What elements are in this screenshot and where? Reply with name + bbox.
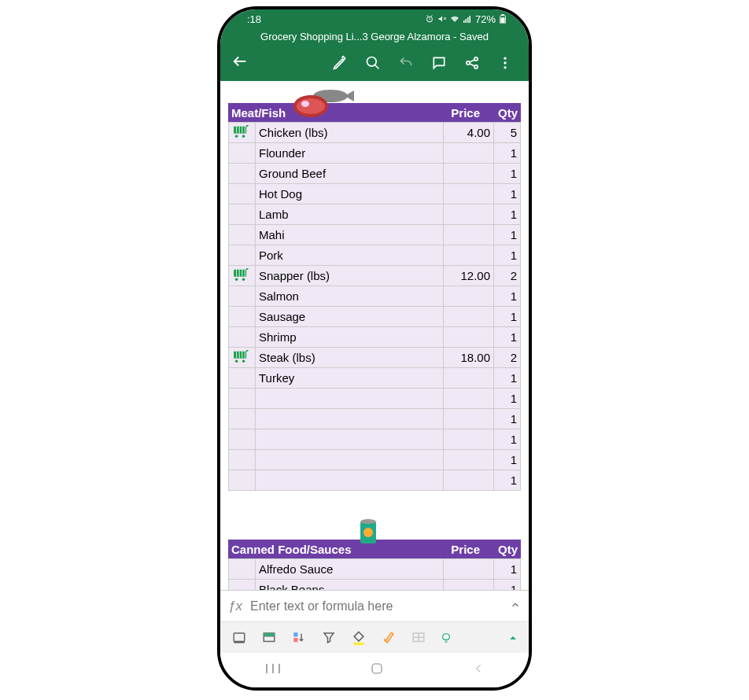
cart-cell[interactable] bbox=[229, 429, 256, 450]
pen-icon[interactable] bbox=[332, 55, 348, 71]
qty-cell[interactable]: 1 bbox=[494, 143, 521, 164]
price-cell[interactable]: 12.00 bbox=[444, 266, 494, 286]
qty-cell[interactable]: 1 bbox=[494, 327, 521, 348]
item-cell[interactable]: Lamb bbox=[256, 204, 444, 225]
table-row[interactable]: Salmon1 bbox=[229, 286, 521, 307]
undo-icon[interactable] bbox=[398, 55, 414, 71]
format-painter-icon[interactable] bbox=[381, 630, 397, 646]
table-icon[interactable] bbox=[411, 631, 426, 645]
back-button[interactable] bbox=[231, 53, 249, 73]
price-cell[interactable] bbox=[444, 225, 494, 245]
qty-cell[interactable]: 1 bbox=[494, 368, 521, 389]
qty-cell[interactable]: 1 bbox=[494, 307, 521, 327]
table-row[interactable]: Sausage1 bbox=[229, 307, 521, 327]
qty-cell[interactable]: 1 bbox=[494, 245, 521, 266]
qty-cell[interactable]: 1 bbox=[494, 389, 521, 409]
item-cell[interactable]: Steak (lbs) bbox=[256, 348, 444, 368]
item-cell[interactable]: Snapper (lbs) bbox=[256, 266, 444, 286]
table-row[interactable]: 1 bbox=[229, 409, 521, 429]
price-cell[interactable] bbox=[444, 389, 494, 409]
cart-cell[interactable] bbox=[229, 266, 256, 286]
item-cell[interactable] bbox=[256, 470, 444, 491]
search-icon[interactable] bbox=[365, 55, 381, 71]
item-cell[interactable]: Chicken (lbs) bbox=[256, 123, 444, 143]
share-icon[interactable] bbox=[464, 55, 480, 71]
filter-icon[interactable] bbox=[321, 631, 337, 645]
qty-cell[interactable]: 1 bbox=[494, 470, 521, 491]
price-cell[interactable] bbox=[444, 184, 494, 204]
price-cell[interactable] bbox=[444, 143, 494, 164]
item-cell[interactable]: Mahi bbox=[256, 225, 444, 245]
item-cell[interactable]: Turkey bbox=[256, 368, 444, 389]
back-nav-button[interactable] bbox=[473, 661, 484, 680]
qty-cell[interactable]: 1 bbox=[494, 164, 521, 184]
table-row[interactable]: Lamb1 bbox=[229, 204, 521, 225]
table-row[interactable]: Chicken (lbs)4.005 bbox=[229, 123, 521, 143]
item-cell[interactable]: Sausage bbox=[256, 307, 444, 327]
price-cell[interactable] bbox=[444, 368, 494, 389]
fill-color-icon[interactable] bbox=[351, 630, 367, 646]
cart-cell[interactable] bbox=[229, 123, 256, 143]
qty-cell[interactable]: 2 bbox=[494, 348, 521, 368]
home-button[interactable] bbox=[370, 661, 384, 680]
item-cell[interactable] bbox=[256, 409, 444, 429]
table-row[interactable]: Ground Beef1 bbox=[229, 164, 521, 184]
price-cell[interactable] bbox=[444, 286, 494, 307]
table-row[interactable]: 1 bbox=[229, 389, 521, 409]
qty-cell[interactable]: 1 bbox=[494, 286, 521, 307]
price-cell[interactable] bbox=[444, 245, 494, 266]
qty-cell[interactable]: 1 bbox=[494, 225, 521, 245]
qty-cell[interactable]: 1 bbox=[494, 204, 521, 225]
qty-cell[interactable]: 2 bbox=[494, 266, 521, 286]
price-cell[interactable]: 4.00 bbox=[444, 123, 494, 143]
table-row[interactable]: Black Beans1 bbox=[229, 580, 521, 591]
table-row[interactable]: 1 bbox=[229, 450, 521, 470]
cart-cell[interactable] bbox=[229, 184, 256, 204]
table-row[interactable]: Steak (lbs)18.002 bbox=[229, 348, 521, 368]
cart-cell[interactable] bbox=[229, 409, 256, 429]
recent-apps-button[interactable] bbox=[265, 662, 281, 679]
qty-cell[interactable]: 1 bbox=[494, 409, 521, 429]
table-row[interactable]: Alfredo Sauce1 bbox=[229, 559, 521, 580]
more-icon[interactable] bbox=[497, 55, 513, 71]
price-cell[interactable] bbox=[444, 470, 494, 491]
item-cell[interactable]: Hot Dog bbox=[256, 184, 444, 204]
qty-cell[interactable]: 5 bbox=[494, 123, 521, 143]
table-row[interactable]: Snapper (lbs)12.002 bbox=[229, 266, 521, 286]
cart-cell[interactable] bbox=[229, 580, 256, 591]
card-view-icon[interactable] bbox=[231, 631, 247, 645]
cart-cell[interactable] bbox=[229, 164, 256, 184]
qty-cell[interactable]: 1 bbox=[494, 580, 521, 591]
qty-cell[interactable]: 1 bbox=[494, 450, 521, 470]
sort-icon[interactable] bbox=[291, 631, 307, 645]
cart-cell[interactable] bbox=[229, 245, 256, 266]
cart-cell[interactable] bbox=[229, 389, 256, 409]
item-cell[interactable]: Salmon bbox=[256, 286, 444, 307]
price-cell[interactable]: 18.00 bbox=[444, 348, 494, 368]
price-cell[interactable] bbox=[444, 204, 494, 225]
price-cell[interactable] bbox=[444, 327, 494, 348]
cart-cell[interactable] bbox=[229, 204, 256, 225]
cart-cell[interactable] bbox=[229, 368, 256, 389]
table-row[interactable]: Mahi1 bbox=[229, 225, 521, 245]
cart-cell[interactable] bbox=[229, 286, 256, 307]
table-row[interactable]: 1 bbox=[229, 429, 521, 450]
cart-cell[interactable] bbox=[229, 348, 256, 368]
item-cell[interactable] bbox=[256, 389, 444, 409]
table-row[interactable]: Flounder1 bbox=[229, 143, 521, 164]
table-row[interactable]: Shrimp1 bbox=[229, 327, 521, 348]
cart-cell[interactable] bbox=[229, 225, 256, 245]
item-cell[interactable]: Flounder bbox=[256, 143, 444, 164]
headers-icon[interactable] bbox=[261, 631, 277, 645]
expand-formula-icon[interactable] bbox=[510, 599, 521, 613]
table-row[interactable]: Hot Dog1 bbox=[229, 184, 521, 204]
cart-cell[interactable] bbox=[229, 307, 256, 327]
qty-cell[interactable]: 1 bbox=[494, 429, 521, 450]
comment-icon[interactable] bbox=[431, 55, 447, 71]
qty-cell[interactable]: 1 bbox=[494, 184, 521, 204]
cart-cell[interactable] bbox=[229, 470, 256, 491]
price-cell[interactable] bbox=[444, 580, 494, 591]
table-row[interactable]: 1 bbox=[229, 470, 521, 491]
item-cell[interactable]: Shrimp bbox=[256, 327, 444, 348]
price-cell[interactable] bbox=[444, 429, 494, 450]
